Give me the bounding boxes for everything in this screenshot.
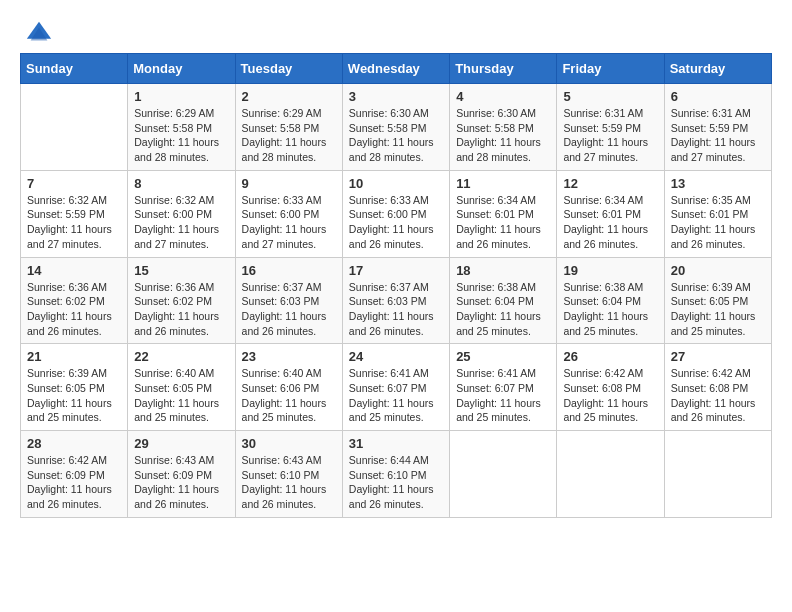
- day-number: 28: [27, 436, 121, 451]
- day-info: Sunrise: 6:36 AMSunset: 6:02 PMDaylight:…: [27, 280, 121, 339]
- day-number: 15: [134, 263, 228, 278]
- day-info: Sunrise: 6:31 AMSunset: 5:59 PMDaylight:…: [563, 106, 657, 165]
- calendar-cell: 18Sunrise: 6:38 AMSunset: 6:04 PMDayligh…: [450, 257, 557, 344]
- calendar-cell: 10Sunrise: 6:33 AMSunset: 6:00 PMDayligh…: [342, 170, 449, 257]
- day-info: Sunrise: 6:34 AMSunset: 6:01 PMDaylight:…: [563, 193, 657, 252]
- calendar-cell: [21, 84, 128, 171]
- logo-icon: [25, 20, 53, 48]
- day-info: Sunrise: 6:31 AMSunset: 5:59 PMDaylight:…: [671, 106, 765, 165]
- calendar-cell: [557, 431, 664, 518]
- calendar-cell: 25Sunrise: 6:41 AMSunset: 6:07 PMDayligh…: [450, 344, 557, 431]
- day-number: 24: [349, 349, 443, 364]
- calendar-cell: 16Sunrise: 6:37 AMSunset: 6:03 PMDayligh…: [235, 257, 342, 344]
- day-info: Sunrise: 6:42 AMSunset: 6:08 PMDaylight:…: [671, 366, 765, 425]
- page-header: [10, 10, 782, 53]
- calendar-cell: 15Sunrise: 6:36 AMSunset: 6:02 PMDayligh…: [128, 257, 235, 344]
- day-number: 21: [27, 349, 121, 364]
- day-info: Sunrise: 6:43 AMSunset: 6:10 PMDaylight:…: [242, 453, 336, 512]
- day-number: 29: [134, 436, 228, 451]
- day-info: Sunrise: 6:43 AMSunset: 6:09 PMDaylight:…: [134, 453, 228, 512]
- day-info: Sunrise: 6:34 AMSunset: 6:01 PMDaylight:…: [456, 193, 550, 252]
- logo: [25, 20, 57, 48]
- day-number: 22: [134, 349, 228, 364]
- day-info: Sunrise: 6:41 AMSunset: 6:07 PMDaylight:…: [349, 366, 443, 425]
- calendar-cell: 6Sunrise: 6:31 AMSunset: 5:59 PMDaylight…: [664, 84, 771, 171]
- day-of-week-header: Thursday: [450, 54, 557, 84]
- day-info: Sunrise: 6:39 AMSunset: 6:05 PMDaylight:…: [671, 280, 765, 339]
- day-info: Sunrise: 6:41 AMSunset: 6:07 PMDaylight:…: [456, 366, 550, 425]
- calendar-cell: 26Sunrise: 6:42 AMSunset: 6:08 PMDayligh…: [557, 344, 664, 431]
- day-number: 25: [456, 349, 550, 364]
- day-info: Sunrise: 6:37 AMSunset: 6:03 PMDaylight:…: [349, 280, 443, 339]
- calendar-week-row: 1Sunrise: 6:29 AMSunset: 5:58 PMDaylight…: [21, 84, 772, 171]
- day-number: 23: [242, 349, 336, 364]
- day-info: Sunrise: 6:37 AMSunset: 6:03 PMDaylight:…: [242, 280, 336, 339]
- day-info: Sunrise: 6:42 AMSunset: 6:08 PMDaylight:…: [563, 366, 657, 425]
- calendar-body: 1Sunrise: 6:29 AMSunset: 5:58 PMDaylight…: [21, 84, 772, 518]
- day-number: 16: [242, 263, 336, 278]
- day-info: Sunrise: 6:39 AMSunset: 6:05 PMDaylight:…: [27, 366, 121, 425]
- day-info: Sunrise: 6:42 AMSunset: 6:09 PMDaylight:…: [27, 453, 121, 512]
- calendar-week-row: 21Sunrise: 6:39 AMSunset: 6:05 PMDayligh…: [21, 344, 772, 431]
- day-info: Sunrise: 6:32 AMSunset: 6:00 PMDaylight:…: [134, 193, 228, 252]
- day-of-week-header: Sunday: [21, 54, 128, 84]
- calendar-header: SundayMondayTuesdayWednesdayThursdayFrid…: [21, 54, 772, 84]
- day-of-week-header: Friday: [557, 54, 664, 84]
- day-of-week-header: Saturday: [664, 54, 771, 84]
- day-number: 27: [671, 349, 765, 364]
- day-info: Sunrise: 6:32 AMSunset: 5:59 PMDaylight:…: [27, 193, 121, 252]
- calendar-cell: 23Sunrise: 6:40 AMSunset: 6:06 PMDayligh…: [235, 344, 342, 431]
- day-of-week-header: Wednesday: [342, 54, 449, 84]
- day-info: Sunrise: 6:38 AMSunset: 6:04 PMDaylight:…: [456, 280, 550, 339]
- day-info: Sunrise: 6:38 AMSunset: 6:04 PMDaylight:…: [563, 280, 657, 339]
- calendar-cell: 8Sunrise: 6:32 AMSunset: 6:00 PMDaylight…: [128, 170, 235, 257]
- day-info: Sunrise: 6:33 AMSunset: 6:00 PMDaylight:…: [349, 193, 443, 252]
- calendar-cell: [450, 431, 557, 518]
- day-info: Sunrise: 6:29 AMSunset: 5:58 PMDaylight:…: [134, 106, 228, 165]
- day-number: 31: [349, 436, 443, 451]
- calendar-cell: 5Sunrise: 6:31 AMSunset: 5:59 PMDaylight…: [557, 84, 664, 171]
- calendar-cell: 20Sunrise: 6:39 AMSunset: 6:05 PMDayligh…: [664, 257, 771, 344]
- day-number: 14: [27, 263, 121, 278]
- day-number: 8: [134, 176, 228, 191]
- day-number: 5: [563, 89, 657, 104]
- calendar-cell: 22Sunrise: 6:40 AMSunset: 6:05 PMDayligh…: [128, 344, 235, 431]
- calendar-cell: 12Sunrise: 6:34 AMSunset: 6:01 PMDayligh…: [557, 170, 664, 257]
- day-info: Sunrise: 6:40 AMSunset: 6:05 PMDaylight:…: [134, 366, 228, 425]
- day-info: Sunrise: 6:40 AMSunset: 6:06 PMDaylight:…: [242, 366, 336, 425]
- day-info: Sunrise: 6:35 AMSunset: 6:01 PMDaylight:…: [671, 193, 765, 252]
- calendar-cell: 19Sunrise: 6:38 AMSunset: 6:04 PMDayligh…: [557, 257, 664, 344]
- calendar-cell: 27Sunrise: 6:42 AMSunset: 6:08 PMDayligh…: [664, 344, 771, 431]
- day-of-week-header: Monday: [128, 54, 235, 84]
- day-info: Sunrise: 6:33 AMSunset: 6:00 PMDaylight:…: [242, 193, 336, 252]
- day-number: 18: [456, 263, 550, 278]
- calendar-cell: 17Sunrise: 6:37 AMSunset: 6:03 PMDayligh…: [342, 257, 449, 344]
- calendar-cell: 21Sunrise: 6:39 AMSunset: 6:05 PMDayligh…: [21, 344, 128, 431]
- day-number: 9: [242, 176, 336, 191]
- day-number: 4: [456, 89, 550, 104]
- day-info: Sunrise: 6:29 AMSunset: 5:58 PMDaylight:…: [242, 106, 336, 165]
- day-info: Sunrise: 6:36 AMSunset: 6:02 PMDaylight:…: [134, 280, 228, 339]
- day-of-week-header: Tuesday: [235, 54, 342, 84]
- day-number: 13: [671, 176, 765, 191]
- day-number: 3: [349, 89, 443, 104]
- days-of-week-row: SundayMondayTuesdayWednesdayThursdayFrid…: [21, 54, 772, 84]
- calendar-week-row: 28Sunrise: 6:42 AMSunset: 6:09 PMDayligh…: [21, 431, 772, 518]
- calendar-cell: 24Sunrise: 6:41 AMSunset: 6:07 PMDayligh…: [342, 344, 449, 431]
- calendar-cell: 13Sunrise: 6:35 AMSunset: 6:01 PMDayligh…: [664, 170, 771, 257]
- day-number: 30: [242, 436, 336, 451]
- calendar-cell: [664, 431, 771, 518]
- calendar-cell: 1Sunrise: 6:29 AMSunset: 5:58 PMDaylight…: [128, 84, 235, 171]
- day-number: 1: [134, 89, 228, 104]
- day-number: 2: [242, 89, 336, 104]
- day-number: 26: [563, 349, 657, 364]
- calendar-cell: 31Sunrise: 6:44 AMSunset: 6:10 PMDayligh…: [342, 431, 449, 518]
- day-number: 7: [27, 176, 121, 191]
- calendar-cell: 7Sunrise: 6:32 AMSunset: 5:59 PMDaylight…: [21, 170, 128, 257]
- day-number: 6: [671, 89, 765, 104]
- calendar-cell: 4Sunrise: 6:30 AMSunset: 5:58 PMDaylight…: [450, 84, 557, 171]
- calendar-cell: 30Sunrise: 6:43 AMSunset: 6:10 PMDayligh…: [235, 431, 342, 518]
- day-number: 11: [456, 176, 550, 191]
- calendar-table: SundayMondayTuesdayWednesdayThursdayFrid…: [20, 53, 772, 518]
- day-info: Sunrise: 6:30 AMSunset: 5:58 PMDaylight:…: [349, 106, 443, 165]
